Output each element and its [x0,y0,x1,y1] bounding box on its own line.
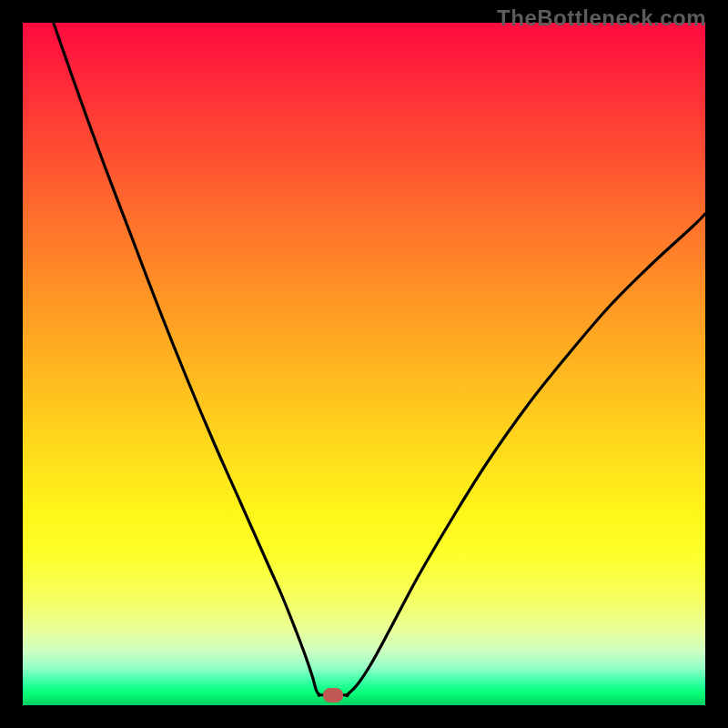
highlight-marker [323,688,343,703]
curve-layer [23,23,705,705]
chart-frame: TheBottleneck.com [0,0,728,728]
watermark-text: TheBottleneck.com [497,5,706,31]
plot-area [23,23,705,705]
bottleneck-curve [54,23,705,696]
